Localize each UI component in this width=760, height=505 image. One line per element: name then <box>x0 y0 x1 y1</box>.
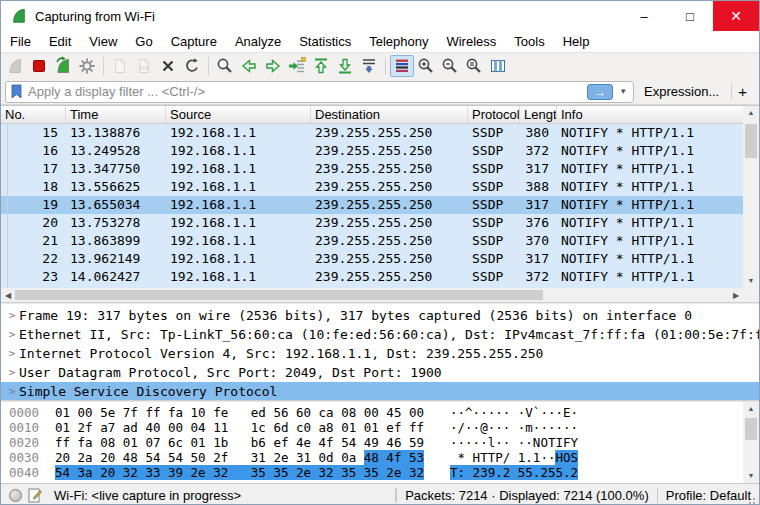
hex-ascii[interactable]: T: 239.2 55.255.2 <box>450 465 578 480</box>
bytes-vscrollbar[interactable]: ▲ ▼ <box>743 402 759 483</box>
hex-ascii[interactable]: * HTTP/ 1.1··HOS <box>450 450 578 465</box>
packet-row-21[interactable]: 2113.863899192.168.1.1239.255.255.250SSD… <box>1 232 745 250</box>
reload-file-icon[interactable] <box>180 55 204 77</box>
restart-capture-icon[interactable] <box>51 55 75 77</box>
packet-row-23[interactable]: 2314.062427192.168.1.1239.255.255.250SSD… <box>1 268 745 286</box>
packet-row-19[interactable]: 1913.655034192.168.1.1239.255.255.250SSD… <box>1 196 745 214</box>
menu-statistics[interactable]: Statistics <box>290 32 360 51</box>
hex-ascii[interactable]: ·····l·· ··NOTIFY <box>450 435 578 450</box>
scroll-left-arrow[interactable]: ◀ <box>1 291 15 300</box>
expression-button[interactable]: Expression... <box>634 84 729 99</box>
auto-scroll-icon[interactable] <box>357 55 381 77</box>
column-header-no[interactable]: No. <box>1 106 66 123</box>
zoom-in-icon[interactable] <box>414 55 438 77</box>
cell-time: 13.753278 <box>66 214 166 232</box>
hex-ascii[interactable]: ·/··@··· ·m······ <box>450 420 578 435</box>
packet-row-16[interactable]: 1613.249528192.168.1.1239.255.255.250SSD… <box>1 142 745 160</box>
minimize-button[interactable]: – <box>621 1 667 31</box>
hex-row-0020[interactable]: 0020ff fa 08 01 07 6c 01 1b b6 ef 4e 4f … <box>1 435 745 450</box>
go-to-packet-icon[interactable] <box>285 55 309 77</box>
filter-dropdown-caret[interactable]: ▼ <box>615 87 631 96</box>
scroll-down-arrow[interactable]: ▼ <box>743 469 759 483</box>
capture-options-icon[interactable] <box>75 55 99 77</box>
expander-icon[interactable]: > <box>5 385 19 398</box>
maximize-button[interactable]: □ <box>667 1 713 31</box>
menu-edit[interactable]: Edit <box>40 32 80 51</box>
hex-row-0040[interactable]: 004054 3a 20 32 33 39 2e 32 35 35 2e 32 … <box>1 465 745 480</box>
column-header-destination[interactable]: Destination <box>311 106 468 123</box>
detail-line-1[interactable]: >Ethernet II, Src: Tp-LinkT_56:60:ca (10… <box>1 325 759 344</box>
colorize-icon[interactable] <box>390 55 414 77</box>
filter-bookmark-icon[interactable] <box>10 84 23 99</box>
hex-bytes[interactable]: 20 2a 20 48 54 54 50 2f 31 2e 31 0d 0a 4… <box>55 450 424 465</box>
zoom-out-icon[interactable] <box>438 55 462 77</box>
expander-icon[interactable]: > <box>5 309 19 322</box>
menu-telephony[interactable]: Telephony <box>360 32 437 51</box>
detail-line-4[interactable]: >Simple Service Discovery Protocol <box>1 382 759 400</box>
expert-info-icon[interactable] <box>9 489 22 502</box>
expander-icon[interactable]: > <box>5 347 19 360</box>
scroll-down-arrow[interactable]: ▼ <box>743 274 759 288</box>
stop-capture-icon[interactable] <box>27 55 51 77</box>
add-filter-button[interactable]: + <box>731 83 755 100</box>
packet-row-17[interactable]: 1713.347750192.168.1.1239.255.255.250SSD… <box>1 160 745 178</box>
detail-line-2[interactable]: >Internet Protocol Version 4, Src: 192.1… <box>1 344 759 363</box>
zoom-100-icon[interactable] <box>462 55 486 77</box>
cell-source: 192.168.1.1 <box>166 268 311 286</box>
hex-bytes[interactable]: ff fa 08 01 07 6c 01 1b b6 ef 4e 4f 54 4… <box>55 435 424 450</box>
cell-time: 13.347750 <box>66 160 166 178</box>
scroll-right-arrow[interactable]: ▶ <box>729 291 743 300</box>
resize-grip[interactable] <box>748 495 758 505</box>
column-header-protocol[interactable]: Protocol <box>468 106 520 123</box>
capture-comment-icon[interactable] <box>28 488 42 503</box>
hex-row-0030[interactable]: 003020 2a 20 48 54 54 50 2f 31 2e 31 0d … <box>1 450 745 465</box>
cell-destination: 239.255.255.250 <box>311 160 468 178</box>
packet-row-22[interactable]: 2213.962149192.168.1.1239.255.255.250SSD… <box>1 250 745 268</box>
apply-filter-button[interactable]: → <box>587 84 613 100</box>
scroll-up-arrow[interactable]: ▲ <box>743 402 759 416</box>
close-file-icon[interactable] <box>156 55 180 77</box>
hex-bytes[interactable]: 01 2f a7 ad 40 00 04 11 1c 6d c0 a8 01 0… <box>55 420 424 435</box>
go-back-icon[interactable] <box>237 55 261 77</box>
column-header-length[interactable]: Length <box>520 106 557 123</box>
close-button[interactable]: ✕ <box>713 1 759 31</box>
go-to-bottom-icon[interactable] <box>333 55 357 77</box>
hex-ascii[interactable]: ··^····· ·V`···E· <box>450 405 578 420</box>
menu-wireless[interactable]: Wireless <box>437 32 505 51</box>
go-to-top-icon[interactable] <box>309 55 333 77</box>
detail-line-0[interactable]: >Frame 19: 317 bytes on wire (2536 bits)… <box>1 306 759 325</box>
packet-list-vscrollbar[interactable]: ▲ ▼ <box>743 106 759 288</box>
scroll-thumb[interactable] <box>745 124 757 158</box>
packet-row-15[interactable]: 1513.138876192.168.1.1239.255.255.250SSD… <box>1 124 745 142</box>
menu-view[interactable]: View <box>80 32 126 51</box>
menu-capture[interactable]: Capture <box>162 32 226 51</box>
hex-bytes[interactable]: 01 00 5e 7f ff fa 10 fe ed 56 60 ca 08 0… <box>55 405 424 420</box>
expander-icon[interactable]: > <box>5 366 19 379</box>
find-packet-icon[interactable] <box>213 55 237 77</box>
scroll-thumb[interactable] <box>745 418 757 440</box>
menu-help[interactable]: Help <box>554 32 599 51</box>
packet-row-20[interactable]: 2013.753278192.168.1.1239.255.255.250SSD… <box>1 214 745 232</box>
packet-list-hscrollbar[interactable]: ◀ ▶ <box>1 288 743 302</box>
column-header-time[interactable]: Time <box>66 106 166 123</box>
menu-go[interactable]: Go <box>126 32 161 51</box>
display-filter-input[interactable] <box>28 84 587 99</box>
packet-list-pane: No.TimeSourceDestinationProtocolLengthIn… <box>1 105 759 302</box>
cell-time: 13.249528 <box>66 142 166 160</box>
profile-selector[interactable]: Profile: Default <box>657 488 759 503</box>
hex-row-0010[interactable]: 001001 2f a7 ad 40 00 04 11 1c 6d c0 a8 … <box>1 420 745 435</box>
menu-tools[interactable]: Tools <box>505 32 553 51</box>
hex-row-0000[interactable]: 000001 00 5e 7f ff fa 10 fe ed 56 60 ca … <box>1 405 745 420</box>
scroll-up-arrow[interactable]: ▲ <box>743 106 759 120</box>
detail-line-3[interactable]: >User Datagram Protocol, Src Port: 2049,… <box>1 363 759 382</box>
column-header-info[interactable]: Info <box>557 106 745 123</box>
column-header-source[interactable]: Source <box>166 106 311 123</box>
resize-columns-icon[interactable] <box>486 55 510 77</box>
menu-analyze[interactable]: Analyze <box>226 32 290 51</box>
scroll-thumb[interactable] <box>15 290 543 300</box>
expander-icon[interactable]: > <box>5 328 19 341</box>
hex-bytes[interactable]: 54 3a 20 32 33 39 2e 32 35 35 2e 32 35 3… <box>55 465 424 480</box>
packet-row-18[interactable]: 1813.556625192.168.1.1239.255.255.250SSD… <box>1 178 745 196</box>
go-forward-icon[interactable] <box>261 55 285 77</box>
menu-file[interactable]: File <box>1 32 40 51</box>
